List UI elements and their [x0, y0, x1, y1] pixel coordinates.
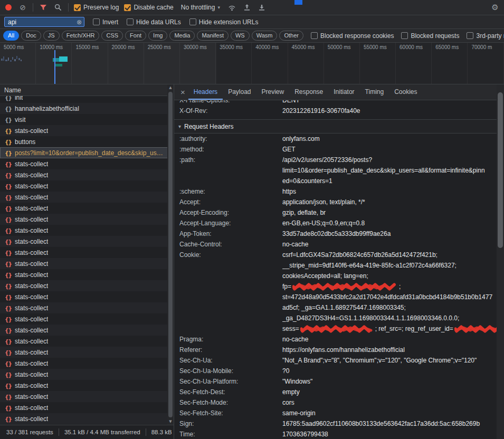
request-row[interactable]: {}stats-collect — [0, 347, 174, 358]
request-headers-section[interactable]: ▾Request Headers — [174, 119, 497, 133]
checkbox-icon[interactable] — [401, 32, 408, 39]
tab-timing[interactable]: Timing — [360, 84, 389, 100]
export-har-icon[interactable] — [242, 3, 252, 12]
timeline-overview[interactable]: 5000 ms10000 ms15000 ms20000 ms25000 ms3… — [0, 43, 504, 84]
request-row[interactable]: {}stats-collect — [0, 247, 174, 258]
request-row[interactable]: {}stats-collect — [0, 291, 174, 302]
import-har-icon[interactable] — [257, 3, 267, 12]
header-value-text: "Not_A Brand";v="8", "Chromium";v="120",… — [282, 355, 477, 366]
request-name: stats-collect — [15, 127, 48, 135]
hide-data-urls-checkbox[interactable]: Hide data URLs — [127, 18, 181, 26]
checkbox-checked-icon[interactable] — [74, 4, 81, 11]
request-row[interactable]: {}visit — [0, 114, 174, 125]
request-row[interactable]: {}stats-collect — [0, 369, 174, 380]
headers-viewport[interactable]: X-Frame-Options:DENYX-Of-Rev:20231226191… — [174, 100, 504, 439]
request-row[interactable]: {}stats-collect — [0, 214, 174, 225]
filter-chip-media[interactable]: Media — [169, 31, 195, 41]
request-list-scrollbar[interactable]: ▲ ▼ — [167, 84, 174, 425]
filter-chip-img[interactable]: Img — [148, 31, 167, 41]
hide-extension-urls-checkbox[interactable]: Hide extension URLs — [189, 18, 259, 26]
checkbox-3rd-party-requests[interactable]: 3rd-party requests — [467, 32, 504, 40]
filter-chip-wasm[interactable]: Wasm — [252, 31, 278, 41]
checkbox-blocked-response-cookies[interactable]: Blocked response cookies — [311, 32, 394, 40]
request-row[interactable]: {}hannahelizabethofficial — [0, 103, 174, 114]
request-row[interactable]: {}stats-collect — [0, 280, 174, 291]
request-row[interactable]: {}stats-collect — [0, 236, 174, 247]
invert-checkbox[interactable]: Invert — [93, 18, 118, 26]
request-row[interactable]: {}stats-collect — [0, 203, 174, 214]
settings-gear-icon[interactable]: ⚙ — [490, 3, 500, 12]
scroll-down-icon[interactable]: ▼ — [169, 418, 172, 425]
record-icon[interactable] — [5, 4, 12, 11]
checkbox-blocked-requests[interactable]: Blocked requests — [401, 32, 459, 40]
name-column-header[interactable]: Name — [0, 84, 174, 96]
request-row[interactable]: {}stats-collect — [0, 269, 174, 280]
clear-network-log-icon[interactable]: ⊘ — [18, 3, 27, 12]
filter-chip-fetch-xhr[interactable]: Fetch/XHR — [62, 31, 100, 41]
request-row[interactable]: {}stats-collect — [0, 336, 174, 347]
request-row[interactable]: {}stats-collect — [0, 413, 174, 424]
header-name: X-Of-Rev: — [174, 106, 282, 116]
request-row[interactable]: {}stats-collect — [0, 391, 174, 402]
request-row[interactable]: {}stats-collect — [0, 125, 174, 136]
header-value-line: csrf=LdfcGX4Sa72db06824c657db26a5d142472… — [282, 250, 497, 260]
timeline-tick-label: 20000 ms — [108, 43, 144, 50]
request-row[interactable]: {}stats-collect — [0, 169, 174, 180]
checkbox-icon[interactable] — [311, 32, 318, 39]
filter-input[interactable]: api ⊗ — [4, 17, 84, 27]
request-row[interactable]: {}stats-collect — [0, 158, 174, 169]
checkbox-icon[interactable] — [467, 32, 473, 39]
request-row[interactable]: {}init — [0, 96, 174, 103]
checkbox-icon[interactable] — [93, 18, 100, 25]
filter-chip-doc[interactable]: Doc — [21, 31, 41, 41]
checkbox-icon[interactable] — [127, 18, 134, 25]
request-row[interactable]: {}buttons — [0, 136, 174, 147]
throttling-select[interactable]: No throttling ▾ — [179, 3, 222, 12]
tab-preview[interactable]: Preview — [256, 84, 290, 100]
header-value: /api2/v2/users/20572336/posts?limit=10&o… — [282, 155, 497, 186]
tab-response[interactable]: Response — [289, 84, 328, 100]
checkbox-icon[interactable] — [189, 18, 196, 25]
close-icon[interactable]: × — [174, 84, 188, 100]
tab-payload[interactable]: Payload — [223, 84, 256, 100]
filter-chip-css[interactable]: CSS — [101, 31, 123, 41]
disable-cache-checkbox[interactable]: Disable cache — [124, 4, 173, 11]
scrollbar-thumb[interactable] — [168, 92, 173, 417]
filter-chip-js[interactable]: JS — [43, 31, 60, 41]
request-row[interactable]: {}stats-collect — [0, 380, 174, 391]
preserve-log-checkbox[interactable]: Preserve log — [74, 4, 119, 11]
header-name: Sec-Ch-Ua-Mobile: — [174, 366, 282, 376]
request-row[interactable]: {}stats-collect — [0, 225, 174, 236]
request-row[interactable]: {}stats-collect — [0, 180, 174, 192]
checkbox-checked-icon[interactable] — [124, 4, 131, 11]
tab-headers[interactable]: Headers — [188, 84, 223, 100]
request-row[interactable]: {}stats-collect — [0, 325, 174, 336]
clear-filter-icon[interactable]: ⊗ — [77, 19, 82, 25]
timeline-tick-label: 15000 ms — [72, 43, 107, 50]
scroll-up-icon[interactable]: ▲ — [169, 84, 172, 91]
filter-chip-other[interactable]: Other — [279, 31, 303, 41]
request-row[interactable]: {}stats-collect — [0, 302, 174, 313]
filter-chip-manifest[interactable]: Manifest — [197, 31, 229, 41]
filter-chip-all[interactable]: All — [3, 31, 19, 41]
tab-initiator[interactable]: Initiator — [328, 84, 359, 100]
request-row[interactable]: {}stats-collect — [0, 402, 174, 413]
request-row[interactable]: {}stats-collect — [0, 313, 174, 325]
request-row[interactable]: {}posts?limit=10&order=publish_date_desc… — [0, 147, 174, 158]
disclosure-triangle-icon[interactable]: ▾ — [178, 123, 181, 129]
header-value-text: ?0 — [282, 366, 289, 376]
request-row[interactable]: {}stats-collect — [0, 258, 174, 269]
search-icon[interactable] — [53, 3, 63, 12]
filter-icon[interactable] — [39, 3, 48, 12]
hide-extension-urls-label: Hide extension URLs — [199, 18, 259, 26]
tab-cookies[interactable]: Cookies — [389, 84, 422, 100]
network-main-area: Name {}init{}hannahelizabethofficial{}vi… — [0, 84, 504, 439]
header-value: https — [282, 186, 497, 197]
network-conditions-icon[interactable] — [227, 3, 237, 12]
details-scrollbar[interactable] — [497, 84, 504, 439]
filter-chip-ws[interactable]: WS — [231, 31, 250, 41]
request-row[interactable]: {}stats-collect — [0, 192, 174, 203]
scrollbar-thumb[interactable] — [498, 92, 503, 248]
request-row[interactable]: {}stats-collect — [0, 358, 174, 369]
filter-chip-font[interactable]: Font — [125, 31, 146, 41]
